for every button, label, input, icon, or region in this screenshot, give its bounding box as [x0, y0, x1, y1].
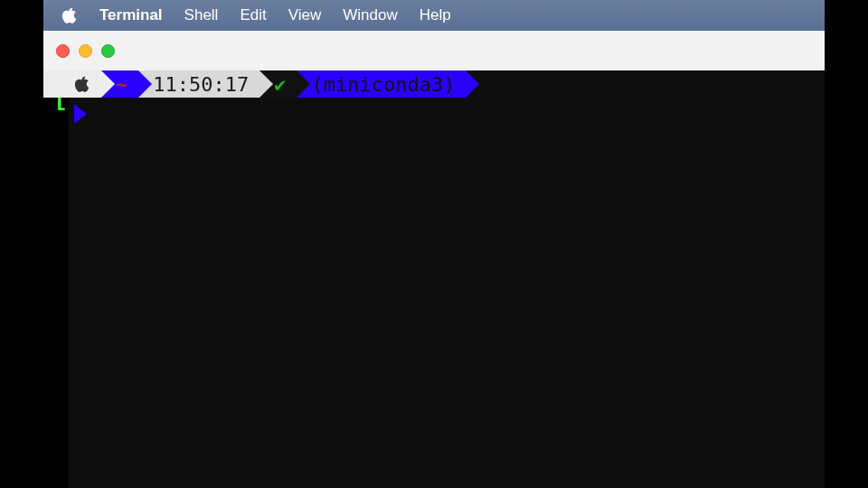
window-zoom-button[interactable]: [101, 44, 115, 58]
prompt-env: (miniconda3): [311, 73, 455, 96]
chevron-right-icon: [101, 70, 115, 98]
window-minimize-button[interactable]: [79, 44, 92, 58]
chevron-right-icon: [259, 70, 273, 98]
checkmark-icon: ✔: [274, 73, 286, 96]
prompt-segment-os: [43, 70, 101, 98]
window-close-button[interactable]: [56, 44, 70, 58]
chevron-right-icon: [138, 70, 152, 98]
prompt-segment-env: (miniconda3): [297, 70, 466, 98]
terminal-window: [ ~ 11:50:17 ✔: [43, 31, 825, 488]
menubar-item-shell[interactable]: Shell: [184, 6, 219, 24]
prompt-caret-icon: [74, 104, 87, 124]
macos-menubar: Terminal Shell Edit View Window Help: [43, 0, 825, 31]
menubar-item-view[interactable]: View: [288, 6, 322, 24]
apple-logo-icon[interactable]: [61, 6, 78, 24]
prompt-cwd: ~: [116, 73, 127, 96]
menubar-app-name[interactable]: Terminal: [99, 6, 163, 24]
chevron-right-icon: [297, 70, 310, 98]
chevron-right-icon: [466, 70, 479, 98]
apple-os-icon: [74, 75, 90, 93]
command-input-line[interactable]: [74, 101, 87, 127]
terminal-body[interactable]: [ ~ 11:50:17 ✔: [43, 70, 825, 488]
menubar-item-edit[interactable]: Edit: [240, 6, 266, 24]
menubar-item-help[interactable]: Help: [420, 6, 451, 24]
window-titlebar[interactable]: [43, 31, 825, 70]
prompt-segment-time: 11:50:17: [138, 70, 259, 98]
menubar-item-window[interactable]: Window: [343, 6, 397, 24]
prompt-time: 11:50:17: [153, 73, 249, 96]
shell-prompt: ~ 11:50:17 ✔ (miniconda3): [43, 70, 825, 98]
